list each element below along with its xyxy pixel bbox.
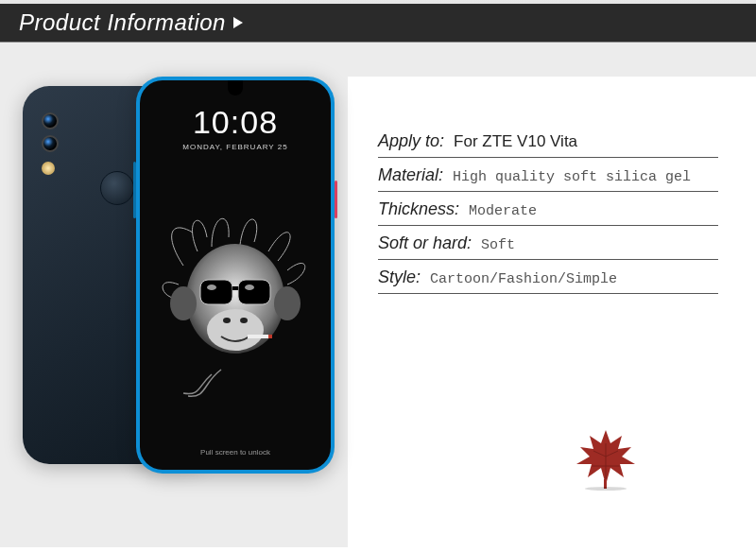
spec-value: Moderate <box>469 203 537 219</box>
maple-leaf-icon <box>573 424 639 491</box>
svg-point-2 <box>274 286 301 320</box>
spec-value: High quality soft silica gel <box>453 169 691 185</box>
power-button <box>335 181 337 218</box>
svg-point-7 <box>245 285 254 290</box>
spec-label: Material: <box>378 165 443 185</box>
svg-rect-5 <box>232 286 238 290</box>
camera-lens-icon <box>42 135 59 152</box>
svg-point-6 <box>207 285 216 290</box>
camera-flash-icon <box>42 162 55 175</box>
case-artwork-monkey <box>155 209 316 398</box>
svg-rect-11 <box>248 335 270 338</box>
lockscreen-time: 10:08 <box>140 104 331 141</box>
header-arrow-icon <box>233 17 243 28</box>
lockscreen-date: MONDAY, FEBRUARY 25 <box>140 143 331 151</box>
lockscreen-clock: 10:08 MONDAY, FEBRUARY 25 <box>140 104 331 151</box>
spec-row-material: Material: High quality soft silica gel <box>378 158 718 192</box>
spec-value: Cartoon/Fashion/Simple <box>430 271 617 287</box>
spec-value: Soft <box>481 237 515 253</box>
svg-point-14 <box>585 487 627 491</box>
spec-row-style: Style: Cartoon/Fashion/Simple <box>378 260 718 294</box>
spec-label: Apply to: <box>378 131 444 151</box>
spec-row-apply-to: Apply to: For ZTE V10 Vita <box>378 124 718 158</box>
lockscreen-hint: Pull screen to unlock <box>140 448 331 457</box>
volume-button <box>133 162 136 218</box>
spec-label: Thickness: <box>378 199 459 219</box>
display-notch <box>228 80 243 95</box>
spec-panel: Apply to: For ZTE V10 Vita Material: Hig… <box>348 77 756 547</box>
spec-label: Soft or hard: <box>378 233 472 253</box>
spec-row-soft-or-hard: Soft or hard: Soft <box>378 226 718 260</box>
page-header: Product Information <box>0 0 756 43</box>
svg-rect-3 <box>200 280 232 304</box>
svg-point-9 <box>223 318 231 323</box>
fingerprint-sensor-icon <box>100 171 134 205</box>
phone-screen: 10:08 MONDAY, FEBRUARY 25 <box>140 80 331 470</box>
product-image-panel: 10:08 MONDAY, FEBRUARY 25 <box>0 77 348 547</box>
svg-point-8 <box>207 309 264 351</box>
phone-mockup: 10:08 MONDAY, FEBRUARY 25 <box>32 77 316 502</box>
svg-point-10 <box>240 318 248 323</box>
spec-label: Style: <box>378 267 421 287</box>
svg-rect-4 <box>238 280 270 304</box>
content-area: 10:08 MONDAY, FEBRUARY 25 <box>0 43 756 547</box>
svg-point-1 <box>170 286 197 320</box>
phone-front-view: 10:08 MONDAY, FEBRUARY 25 <box>136 77 335 474</box>
spec-value: For ZTE V10 Vita <box>454 132 577 151</box>
svg-rect-12 <box>268 335 272 338</box>
spec-row-thickness: Thickness: Moderate <box>378 192 718 226</box>
camera-lens-icon <box>42 112 59 129</box>
header-title: Product Information <box>19 9 226 36</box>
